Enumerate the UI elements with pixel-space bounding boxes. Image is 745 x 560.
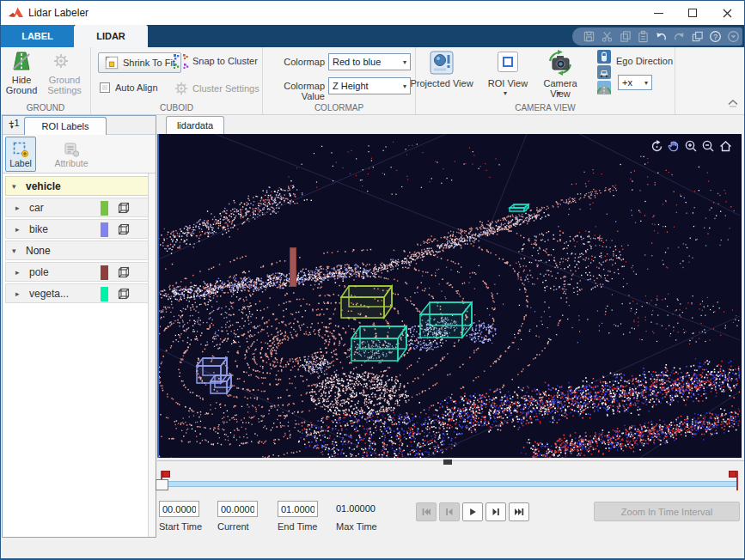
rotate-3d-icon[interactable] xyxy=(650,139,664,154)
play-button[interactable] xyxy=(462,502,483,521)
color-swatch xyxy=(101,265,108,280)
tab-label[interactable]: LABEL xyxy=(1,25,74,47)
roi-view-button[interactable]: ROI View xyxy=(487,78,528,88)
close-button[interactable] xyxy=(710,1,744,25)
tab-lidar[interactable]: LIDAR xyxy=(74,25,148,47)
maximize-button[interactable] xyxy=(675,1,710,25)
auto-align-label[interactable]: Auto Align xyxy=(115,82,158,93)
last-frame-button[interactable] xyxy=(509,502,529,521)
tab-roi-labels[interactable]: ROI Labels xyxy=(24,117,107,135)
label-group-none[interactable]: ▾ None xyxy=(5,240,149,260)
ribbon-section-camera-view: Projected View ROI View ▾ Camera View ▾ xyxy=(416,47,675,114)
color-swatch xyxy=(101,287,108,301)
cuboid-icon[interactable] xyxy=(117,222,131,236)
start-flag-icon[interactable] xyxy=(162,471,170,478)
roi-view-caret-icon[interactable]: ▾ xyxy=(504,89,507,97)
label-row-pole[interactable]: ▸ pole xyxy=(5,262,149,282)
save-icon[interactable] xyxy=(583,30,595,43)
current-time-input[interactable] xyxy=(217,501,258,517)
auto-align-checkbox[interactable] xyxy=(100,82,110,93)
attribute-icon xyxy=(63,141,80,158)
end-flag-pole[interactable] xyxy=(736,471,738,490)
expand-icon[interactable]: ▸ xyxy=(15,225,26,234)
cut-icon[interactable] xyxy=(601,30,614,43)
dropdown-caret-icon: ▾ xyxy=(644,79,648,87)
end-time-input[interactable] xyxy=(278,501,318,517)
snap-to-cluster-label[interactable]: Snap to Cluster xyxy=(192,56,258,66)
help-icon[interactable]: ? xyxy=(709,30,722,43)
restore-view-icon[interactable] xyxy=(718,139,733,154)
point-cloud-canvas[interactable] xyxy=(159,134,740,458)
colormap-value-select[interactable]: Z Height ▾ xyxy=(328,77,411,94)
zoom-in-time-interval-button: Zoom In Time Interval xyxy=(594,502,740,521)
play-icon xyxy=(467,507,478,517)
more-options-icon[interactable] xyxy=(727,30,740,43)
ego-view-chase-icon[interactable] xyxy=(597,65,611,79)
zoom-in-icon[interactable] xyxy=(684,139,699,154)
window-controls xyxy=(641,1,744,25)
panel-tab-bar: +1 ▾ ROI Labels xyxy=(3,116,156,135)
collapse-icon[interactable]: ▾ xyxy=(12,247,22,255)
copy-icon[interactable] xyxy=(619,30,632,43)
max-time-label: Max Time xyxy=(336,521,377,532)
previous-frame-icon xyxy=(444,507,455,517)
snap-to-cluster-icon[interactable] xyxy=(172,52,189,70)
time-slider-handle[interactable] xyxy=(156,479,168,490)
projected-view-icon[interactable] xyxy=(429,50,455,76)
projected-view-button[interactable]: Projected View xyxy=(410,78,473,88)
cuboid-icon[interactable] xyxy=(117,265,131,279)
camera-view-icon[interactable] xyxy=(547,50,574,76)
time-slider-track[interactable] xyxy=(161,481,738,487)
ego-view-front-icon[interactable] xyxy=(597,81,611,94)
first-frame-icon xyxy=(421,507,431,517)
paste-icon[interactable] xyxy=(637,30,650,43)
minimize-button[interactable] xyxy=(641,1,675,25)
label-icon xyxy=(12,141,29,158)
label-row-vegetation[interactable]: ▸ vegeta... xyxy=(5,283,149,303)
roi-view-icon[interactable] xyxy=(497,51,519,73)
camera-view-caret-icon[interactable]: ▾ xyxy=(557,89,560,97)
minimize-icon xyxy=(654,13,663,14)
tab-lidardata[interactable]: lidardata xyxy=(166,116,224,134)
maximize-icon xyxy=(688,9,697,17)
expand-icon[interactable]: ▸ xyxy=(15,204,26,212)
cuboid-icon[interactable] xyxy=(117,287,131,301)
collapse-icon[interactable]: ▾ xyxy=(12,182,22,191)
max-time-value: 01.00000 xyxy=(336,503,376,514)
ego-view-top-icon[interactable] xyxy=(597,50,611,64)
dropdown-caret-icon: ▾ xyxy=(403,82,406,90)
axes-toolbar xyxy=(650,139,733,154)
hide-ground-icon[interactable] xyxy=(10,51,33,71)
end-flag-icon[interactable] xyxy=(729,471,736,478)
color-swatch xyxy=(101,222,108,237)
expand-icon[interactable]: ▸ xyxy=(15,289,26,298)
splitter-grip[interactable] xyxy=(443,460,452,465)
shrink-to-fit-icon xyxy=(104,55,119,70)
time-panel: 01.00000 Start Time Current End Time Max… xyxy=(157,460,745,546)
redo-icon[interactable] xyxy=(673,30,686,43)
dock-windows-icon[interactable] xyxy=(691,30,704,43)
dropdown-caret-icon: ▾ xyxy=(403,58,406,66)
ribbon-section-cuboid: Shrink To Fit Auto Align Snap to Cluster… xyxy=(91,47,263,114)
section-label-ground: GROUND xyxy=(1,103,90,113)
colormap-select[interactable]: Red to blue ▾ xyxy=(328,53,411,70)
shrink-to-fit-button[interactable]: Shrink To Fit xyxy=(98,52,181,73)
label-row-bike[interactable]: ▸ bike xyxy=(5,219,149,239)
label-group-vehicle[interactable]: ▾ vehicle xyxy=(5,176,149,196)
hide-ground-button[interactable]: Hide Ground xyxy=(1,75,42,95)
expand-icon[interactable]: ▸ xyxy=(15,268,26,277)
collapse-ribbon-icon[interactable] xyxy=(727,97,739,107)
start-time-input[interactable] xyxy=(159,501,199,517)
undo-icon[interactable] xyxy=(655,30,668,43)
pan-icon[interactable] xyxy=(667,139,681,154)
panel-scrollbar-gutter[interactable] xyxy=(148,173,156,537)
zoom-out-icon[interactable] xyxy=(701,139,716,154)
section-label-cuboid: CUBOID xyxy=(91,103,262,113)
next-frame-button[interactable] xyxy=(485,502,506,521)
add-label-caret-icon[interactable]: ▾ xyxy=(10,124,14,131)
label-row-car[interactable]: ▸ car xyxy=(5,198,149,217)
cuboid-icon[interactable] xyxy=(117,201,131,215)
ego-direction-select[interactable]: +x ▾ xyxy=(618,75,652,90)
close-icon xyxy=(723,9,732,18)
label-button[interactable]: Label xyxy=(5,137,36,172)
